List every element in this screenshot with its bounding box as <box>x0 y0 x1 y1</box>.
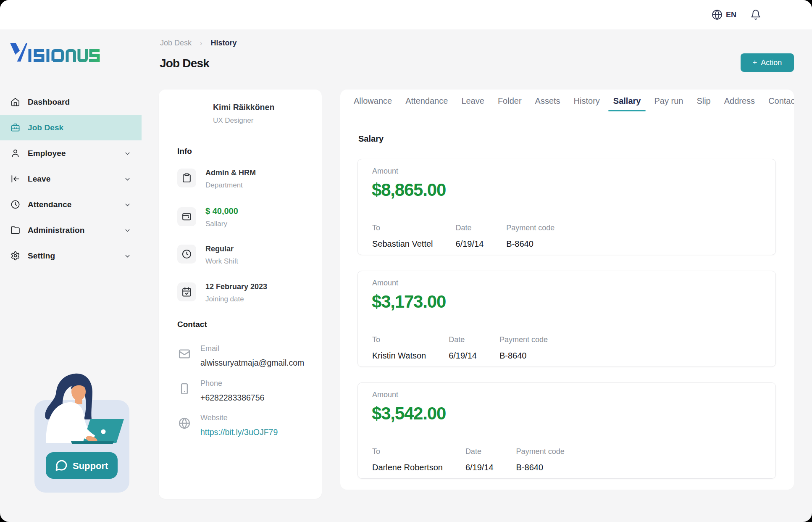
svg-text:Support: Support <box>73 461 108 471</box>
